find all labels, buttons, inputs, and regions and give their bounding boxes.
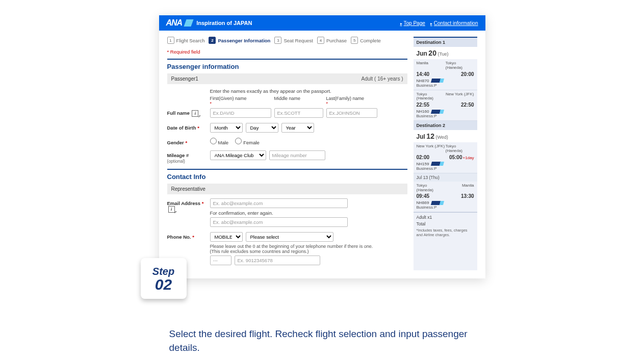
step-4-num: 4: [317, 37, 324, 44]
email-confirm-input[interactable]: [210, 217, 348, 227]
full-name-label: Full name: [167, 110, 190, 116]
representative-bar: Representative: [167, 184, 407, 194]
itinerary-sidebar: Destination 1 Jun 20 (Tue) ManilaTokyo (…: [414, 37, 477, 270]
top-page-link[interactable]: Top Page: [400, 20, 425, 26]
gender-label: Gender: [167, 140, 184, 145]
mileage-optional: (optional): [167, 159, 185, 164]
mileage-label: Mileage #: [167, 152, 189, 158]
step-4-label: Purchase: [326, 38, 347, 43]
gender-male-radio[interactable]: [210, 138, 217, 144]
step-3-label: Seat Request: [284, 38, 313, 43]
required-note: * Required field: [167, 49, 407, 55]
ana-logo-icon: [431, 110, 444, 114]
passenger-bar: Passenger1 Adult ( 16+ years ): [167, 73, 407, 84]
gender-female-radio[interactable]: [235, 138, 242, 144]
info-icon[interactable]: i: [168, 206, 175, 213]
app-frame: ANA Inspiration of JAPAN Top Page Contac…: [159, 15, 485, 278]
phone-type-select[interactable]: MOBILE: [210, 232, 243, 242]
name-hint: Enter the names exactly as they appear o…: [210, 88, 407, 94]
info-icon[interactable]: i: [192, 110, 198, 117]
step-1-label: Flight Search: [176, 38, 205, 43]
adult-count: Adult x1: [417, 215, 474, 220]
top-bar: ANA Inspiration of JAPAN Top Page Contac…: [159, 15, 485, 31]
mileage-number-input[interactable]: [269, 150, 325, 160]
dest2-header: Destination 2: [414, 121, 477, 130]
passenger-section-title: Passenger information: [167, 59, 407, 70]
last-name-header: Last(Family) name: [326, 96, 377, 101]
step-2-label: Passenger Information: [218, 38, 270, 43]
progress-steps: 1Flight Search 2Passenger Information 3S…: [167, 37, 407, 44]
segment-1: ManilaTokyo (Haneda) 14:4020:00 NH870 Bu…: [414, 59, 477, 90]
dob-year-select[interactable]: Year: [281, 123, 314, 133]
dest1-header: Destination 1: [414, 38, 477, 47]
logo: ANA: [166, 18, 183, 28]
segment-3: New York (JFK)Tokyo (Haneda) 02:0005:00+…: [414, 142, 477, 173]
ana-logo-icon: [431, 162, 444, 166]
dest1-date: Jun 20 (Tue): [414, 47, 477, 59]
mid-date: Jul 13 (Thu): [414, 173, 477, 182]
contact-section-title: Contact Info: [167, 169, 407, 181]
dest2-date: Jul 12 (Wed): [414, 130, 477, 142]
mileage-program-select[interactable]: ANA Mileage Club: [210, 150, 266, 160]
logo-shape-icon: [184, 19, 194, 27]
ana-logo-icon: [431, 79, 444, 83]
email-input[interactable]: [210, 198, 348, 208]
phone-country-select[interactable]: Please select: [246, 232, 333, 242]
step-2-num: 2: [209, 37, 216, 44]
phone-number-input[interactable]: [235, 256, 320, 265]
step-3-num: 3: [274, 37, 281, 44]
dob-day-select[interactable]: Day: [246, 123, 278, 133]
segment-4: Tokyo (Haneda)Manila 09:4513:30 NH869 Bu…: [414, 182, 477, 213]
passenger-label: Passenger1: [171, 76, 198, 82]
first-name-header: First(Given) name: [210, 96, 271, 101]
first-name-input[interactable]: [210, 108, 271, 118]
segment-2: Tokyo (Haneda)New York (JFK) 22:5522:50 …: [414, 90, 477, 121]
last-name-input[interactable]: [326, 108, 377, 118]
step-badge: Step 02: [141, 258, 187, 299]
total-label: Total: [417, 221, 474, 226]
email-confirm-hint: For confirmation, enter again.: [210, 210, 407, 216]
middle-name-input[interactable]: [274, 108, 323, 118]
dob-month-select[interactable]: Month: [210, 123, 243, 133]
phone-label: Phone No.: [167, 234, 191, 240]
phone-cc-input[interactable]: [210, 256, 231, 265]
phone-note: Please leave out the 0 at the beginning …: [210, 244, 383, 254]
passenger-type: Adult ( 16+ years ): [362, 76, 403, 82]
caption: Select the desired flight. Recheck fligh…: [159, 327, 485, 354]
email-label: Email Address: [167, 200, 201, 206]
ana-logo-icon: [431, 201, 444, 205]
tagline: Inspiration of JAPAN: [196, 20, 252, 26]
contact-link[interactable]: Contact information: [430, 20, 478, 26]
step-1-num: 1: [167, 37, 174, 44]
fine-print: *Includes taxes, fees, charges and Airli…: [417, 228, 474, 237]
representative-label: Representative: [171, 186, 205, 192]
step-5-num: 5: [351, 37, 358, 44]
middle-name-header: Middle name: [274, 96, 323, 106]
step-5-label: Complete: [360, 38, 381, 43]
dob-label: Date of Birth: [167, 125, 196, 131]
